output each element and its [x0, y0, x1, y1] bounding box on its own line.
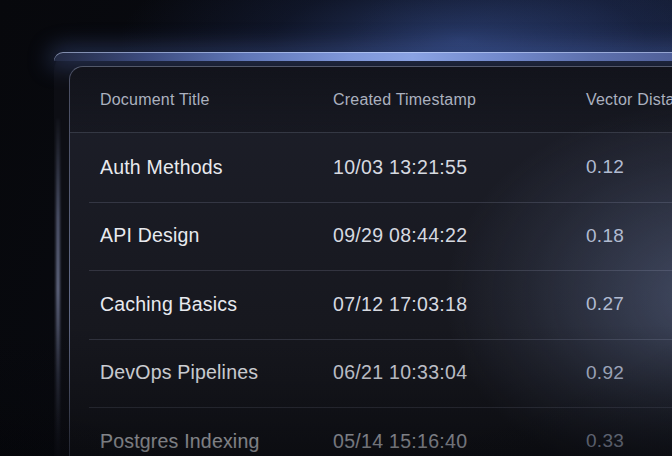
- cell-created-timestamp: 06/21 10:33:04: [333, 361, 586, 384]
- cell-created-timestamp: 09/29 08:44:22: [333, 224, 586, 247]
- table-row[interactable]: DevOps Pipelines 06/21 10:33:04 0.92: [70, 339, 672, 408]
- cell-vector-distance: 0.12: [586, 156, 672, 178]
- cell-document-title: API Design: [100, 224, 333, 247]
- table-body: Auth Methods 10/03 13:21:55 0.12 API Des…: [70, 133, 672, 456]
- cell-document-title: Postgres Indexing: [100, 430, 333, 453]
- cell-vector-distance: 0.18: [586, 225, 672, 247]
- cell-vector-distance: 0.27: [586, 293, 672, 315]
- table-row[interactable]: Postgres Indexing 05/14 15:16:40 0.33: [70, 407, 672, 456]
- cell-created-timestamp: 07/12 17:03:18: [333, 293, 586, 316]
- table-header-row: Document Title Created Timestamp Vector …: [70, 67, 672, 133]
- column-header-created-timestamp: Created Timestamp: [333, 91, 586, 109]
- cell-vector-distance: 0.33: [586, 430, 672, 452]
- cell-document-title: DevOps Pipelines: [100, 361, 333, 384]
- cell-document-title: Caching Basics: [100, 293, 333, 316]
- cell-created-timestamp: 05/14 15:16:40: [333, 430, 586, 453]
- screen-edge-reflection: [56, 118, 60, 456]
- screen-glow-edge: [54, 52, 672, 61]
- document-table-card: Document Title Created Timestamp Vector …: [69, 66, 672, 456]
- cell-document-title: Auth Methods: [100, 156, 333, 179]
- table-row[interactable]: API Design 09/29 08:44:22 0.18: [70, 202, 672, 271]
- column-header-vector-distance: Vector Distance: [586, 91, 672, 109]
- table-row[interactable]: Caching Basics 07/12 17:03:18 0.27: [70, 270, 672, 339]
- table-row[interactable]: Auth Methods 10/03 13:21:55 0.12: [70, 133, 672, 202]
- column-header-document-title: Document Title: [100, 91, 333, 109]
- cell-created-timestamp: 10/03 13:21:55: [333, 156, 586, 179]
- cell-vector-distance: 0.92: [586, 362, 672, 384]
- page-background: Document Title Created Timestamp Vector …: [0, 0, 672, 456]
